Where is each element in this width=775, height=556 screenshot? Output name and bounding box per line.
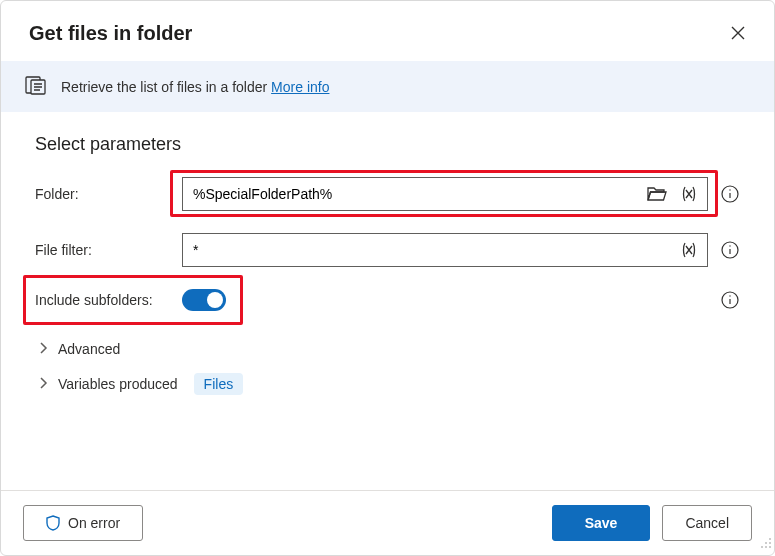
resize-grip[interactable] (759, 536, 773, 554)
variables-expander[interactable]: Variables produced Files (39, 373, 740, 395)
section-title: Select parameters (35, 134, 740, 155)
svg-point-12 (729, 295, 730, 296)
svg-point-15 (765, 542, 767, 544)
close-icon (731, 26, 745, 40)
svg-point-19 (769, 546, 771, 548)
dialog-title: Get files in folder (29, 22, 192, 45)
svg-point-6 (729, 189, 730, 190)
info-banner: Retrieve the list of files in a folder M… (1, 61, 774, 112)
folder-input[interactable] (193, 186, 637, 202)
svg-point-17 (761, 546, 763, 548)
save-button[interactable]: Save (552, 505, 651, 541)
toggle-knob (207, 292, 223, 308)
shield-icon (46, 515, 60, 531)
cancel-label: Cancel (685, 515, 729, 531)
include-label: Include subfolders: (35, 292, 170, 308)
variable-chip[interactable]: Files (194, 373, 244, 395)
save-label: Save (585, 515, 618, 531)
files-icon (25, 75, 47, 98)
svg-point-16 (769, 542, 771, 544)
folder-variable-button[interactable] (677, 184, 701, 204)
browse-folder-button[interactable] (645, 184, 669, 204)
filter-label: File filter: (35, 242, 170, 258)
svg-point-9 (729, 245, 730, 246)
close-button[interactable] (724, 19, 752, 47)
filter-info-button[interactable] (720, 240, 740, 260)
folder-info-button[interactable] (720, 184, 740, 204)
svg-point-18 (765, 546, 767, 548)
chevron-right-icon (39, 341, 48, 357)
info-icon (721, 241, 739, 259)
svg-point-14 (769, 538, 771, 540)
on-error-label: On error (68, 515, 120, 531)
folder-label: Folder: (35, 186, 170, 202)
more-info-link[interactable]: More info (271, 79, 329, 95)
info-icon (721, 291, 739, 309)
advanced-expander[interactable]: Advanced (39, 341, 740, 357)
info-icon (721, 185, 739, 203)
advanced-label: Advanced (58, 341, 120, 357)
include-subfolders-toggle[interactable] (182, 289, 226, 311)
cancel-button[interactable]: Cancel (662, 505, 752, 541)
resize-icon (759, 536, 773, 550)
filter-variable-button[interactable] (677, 240, 701, 260)
variables-label: Variables produced (58, 376, 178, 392)
include-info-button[interactable] (720, 290, 740, 310)
banner-text: Retrieve the list of files in a folder (61, 79, 267, 95)
folder-open-icon (647, 186, 667, 202)
filter-input-wrap[interactable] (182, 233, 708, 267)
variable-icon (679, 242, 699, 258)
on-error-button[interactable]: On error (23, 505, 143, 541)
folder-input-wrap[interactable] (182, 177, 708, 211)
chevron-right-icon (39, 376, 48, 392)
filter-input[interactable] (193, 242, 669, 258)
variable-icon (679, 186, 699, 202)
